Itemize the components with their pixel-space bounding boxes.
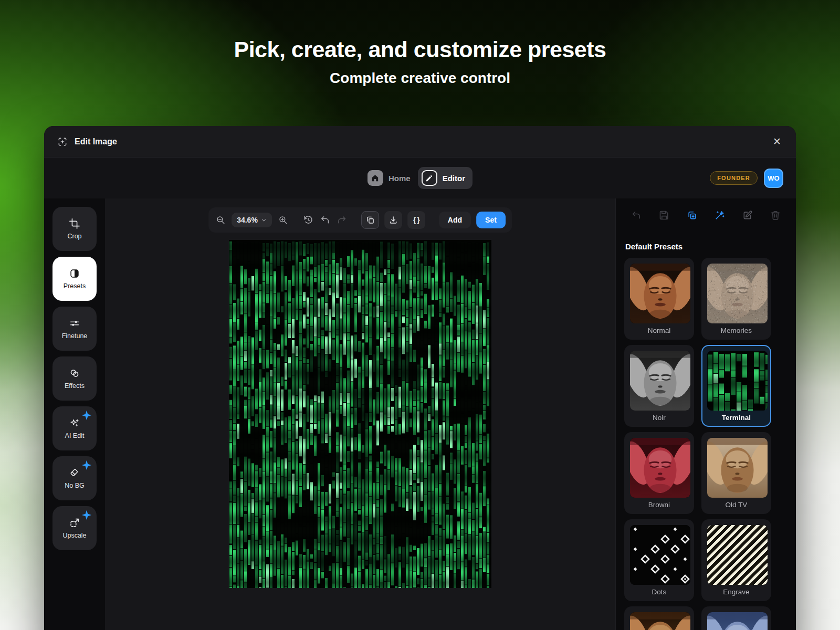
sidebar-item-no-bg[interactable]: No BG [52,456,97,500]
redo-icon[interactable] [336,214,348,226]
sidebar-item-finetune[interactable]: Finetune [52,307,97,351]
preset-thumbnail [707,612,768,630]
preset-engrave[interactable]: Engrave [701,519,771,601]
presets-heading: Default Presets [616,232,796,258]
founder-badge: FOUNDER [710,171,758,185]
nav-right: FOUNDER WO [710,158,783,198]
sidebar-item-label: AI Edit [65,432,85,439]
duplicate-add-icon[interactable] [686,209,698,221]
hero: Pick, create, and customize presets Comp… [0,37,840,87]
preset-thumbnail [630,438,690,498]
preset-grid: Normal Memories Noir Terminal [616,258,796,630]
crop-icon [69,218,80,229]
preset-noir[interactable]: Noir [624,345,694,427]
preset-thumbnail [707,438,768,498]
magic-wand-icon[interactable] [714,209,726,221]
sidebar-item-label: Presets [64,282,86,290]
undo-icon[interactable] [319,214,331,226]
undo-icon[interactable] [631,209,642,221]
preset-label: Browni [630,498,688,510]
preset-thumbnail [707,525,768,585]
preset-memories[interactable]: Memories [701,258,771,340]
preset-label: Terminal [707,411,765,423]
preset-actions [616,198,796,232]
preset-partial-left[interactable] [624,606,694,630]
editor-workspace: 34.6% [105,198,615,630]
pencil-icon [422,170,437,186]
zoom-in-icon[interactable] [277,214,289,226]
tab-home[interactable]: Home [368,170,411,186]
scan-star-icon [57,136,68,148]
zoom-out-icon[interactable] [215,214,226,226]
finetune-icon [69,318,80,329]
copy-button[interactable] [361,211,379,229]
download-button[interactable] [384,211,402,229]
avatar[interactable]: WO [764,169,783,188]
sparkles-icon [69,417,80,429]
presets-icon [69,268,80,279]
braces-icon: { } [413,216,419,224]
preset-thumbnail [630,264,690,323]
preset-browni[interactable]: Browni [624,432,694,514]
preset-label: Noir [630,411,688,423]
modal-body: Crop Presets Finetune Effects [44,198,796,630]
preset-thumbnail [707,264,768,323]
sidebar-item-label: Effects [65,382,85,390]
preset-thumbnail [630,612,690,630]
preset-partial-right[interactable] [701,606,771,630]
presets-panel: Default Presets Normal Memories Noir [615,198,796,630]
sidebar-item-ai-edit[interactable]: AI Edit [52,406,97,450]
download-icon [388,215,398,225]
preset-old-tv[interactable]: Old TV [701,432,771,514]
modal-header: Edit Image ✕ [44,126,796,158]
pro-star-icon [81,459,92,471]
canvas-toolbar: 34.6% [208,207,512,233]
page-background: Pick, create, and customize presets Comp… [0,0,840,630]
preset-label: Normal [630,323,688,335]
zoom-level-select[interactable]: 34.6% [232,213,272,227]
edit-icon[interactable] [742,209,753,221]
modal-nav: Home Editor FOUNDER WO [44,158,796,198]
sidebar-item-upscale[interactable]: Upscale [52,506,97,550]
code-button[interactable]: { } [407,211,425,229]
tools-sidebar: Crop Presets Finetune Effects [44,198,105,630]
tab-editor[interactable]: Editor [418,167,472,189]
sidebar-item-effects[interactable]: Effects [52,356,97,401]
preset-dots[interactable]: Dots [624,519,694,601]
sidebar-item-presets[interactable]: Presets [52,257,97,301]
upscale-icon [69,517,80,529]
preset-thumbnail [630,351,690,411]
pro-star-icon [81,410,92,421]
set-button[interactable]: Set [476,212,506,228]
chevron-down-icon [261,217,267,223]
preset-label: Memories [707,323,765,335]
add-button[interactable]: Add [439,212,471,228]
sidebar-item-label: No BG [65,482,85,489]
effects-icon [69,368,80,379]
sidebar-item-label: Upscale [62,532,86,539]
edit-canvas[interactable] [229,240,491,588]
preset-thumbnail [630,525,690,585]
sidebar-item-label: Finetune [62,332,88,340]
preset-label: Old TV [707,498,765,510]
hero-title: Pick, create, and customize presets [0,37,840,62]
pro-star-icon [81,509,92,521]
sidebar-item-crop[interactable]: Crop [52,207,97,251]
home-icon [368,170,383,186]
preset-label: Dots [630,585,688,597]
preset-thumbnail [707,351,768,411]
trash-icon[interactable] [770,209,781,221]
preset-label: Engrave [707,585,765,597]
hero-subtitle: Complete creative control [0,70,840,87]
close-icon[interactable]: ✕ [771,134,783,149]
history-icon[interactable] [302,214,314,226]
preset-terminal[interactable]: Terminal [701,345,771,427]
zoom-level-value: 34.6% [237,216,258,224]
modal-title: Edit Image [75,137,117,146]
tab-editor-label: Editor [443,174,465,183]
preset-normal[interactable]: Normal [624,258,694,340]
sidebar-item-label: Crop [67,233,81,240]
save-icon[interactable] [658,209,670,221]
edit-image-modal: Edit Image ✕ Home Editor FOUNDER WO [44,126,796,630]
copy-icon [365,215,375,225]
